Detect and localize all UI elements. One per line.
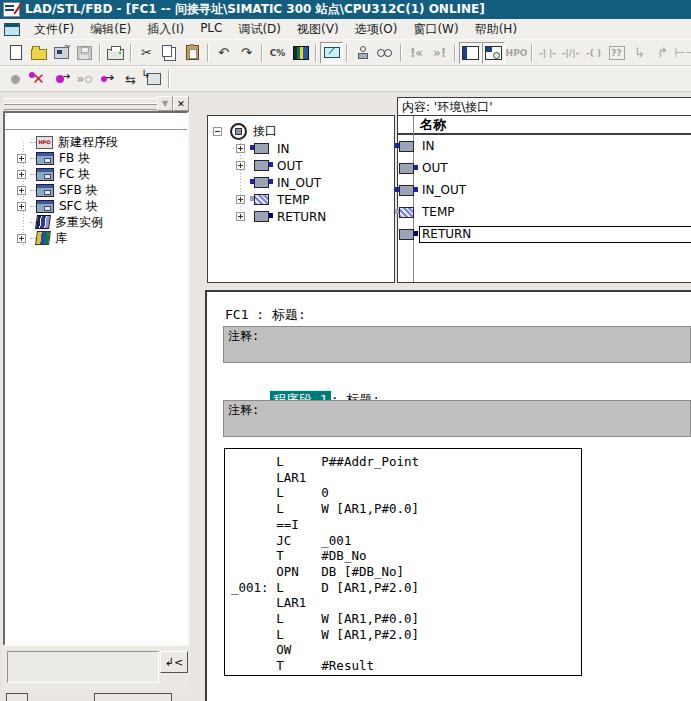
menu-item[interactable]: 编辑(E) bbox=[82, 19, 139, 40]
exchange-branch-button[interactable]: ⇆ bbox=[119, 68, 142, 90]
catalog-tree-item[interactable]: 库 bbox=[5, 230, 187, 246]
print-button[interactable] bbox=[104, 42, 127, 64]
program-elements-overview-button[interactable] bbox=[320, 42, 343, 64]
menu-item[interactable]: PLC bbox=[192, 19, 230, 40]
address-counter-button[interactable]: C% bbox=[266, 42, 289, 64]
code-line[interactable]: LAR1 bbox=[231, 595, 581, 611]
code-line[interactable]: OW bbox=[231, 642, 581, 658]
menu-item[interactable]: 选项(O) bbox=[347, 19, 406, 40]
breakpoint-active-button[interactable] bbox=[50, 68, 73, 90]
expand-icon[interactable] bbox=[17, 154, 26, 163]
menu-item[interactable]: 帮助(H) bbox=[467, 19, 525, 40]
table-row[interactable]: IN bbox=[398, 135, 691, 157]
code-line[interactable]: ==I bbox=[231, 517, 581, 533]
monitor-button[interactable] bbox=[374, 42, 397, 64]
collapse-icon[interactable] bbox=[213, 127, 222, 136]
table-header-row: 名称 bbox=[398, 116, 691, 135]
child-window-icon[interactable] bbox=[4, 23, 20, 36]
interface-root-row[interactable]: 接口 bbox=[208, 122, 394, 140]
code-line[interactable]: JC _001 bbox=[231, 533, 581, 549]
run-to-button[interactable] bbox=[96, 68, 119, 90]
catalog-tab[interactable] bbox=[94, 693, 172, 701]
stl-code-box[interactable]: L P##Addr_Point LAR1 L 0 L W [AR1,P#0.0]… bbox=[224, 448, 582, 676]
open-online-button[interactable] bbox=[50, 42, 73, 64]
table-row[interactable]: IN_OUT bbox=[398, 179, 691, 201]
catalog-tree-item[interactable]: SFB 块 bbox=[5, 182, 187, 198]
delete-breakpoints-button[interactable]: ✕ bbox=[27, 68, 50, 90]
network-node-button[interactable] bbox=[351, 42, 374, 64]
copy-button[interactable] bbox=[158, 42, 181, 64]
new-network-button[interactable]: HPO bbox=[505, 42, 528, 64]
code-line[interactable]: T #Result bbox=[231, 658, 581, 674]
close-branch-button[interactable]: ↱ bbox=[651, 42, 674, 64]
code-line[interactable]: T #DB_No bbox=[231, 548, 581, 564]
contact-nc-button[interactable]: -|/|- bbox=[559, 42, 582, 64]
code-line[interactable]: L 0 bbox=[231, 485, 581, 501]
empty-box-button[interactable]: ?? bbox=[605, 42, 628, 64]
menu-item[interactable]: 插入(I) bbox=[139, 19, 192, 40]
menu-item[interactable]: 调试(D) bbox=[230, 19, 289, 40]
code-line[interactable]: OPN DB [#DB_No] bbox=[231, 564, 581, 580]
code-line[interactable]: L P##Addr_Point bbox=[231, 454, 581, 470]
save-button[interactable] bbox=[73, 42, 96, 64]
goto-previous-error-button[interactable]: !« bbox=[405, 42, 428, 64]
print-icon bbox=[107, 49, 124, 60]
code-line[interactable]: L W [AR1,P#2.0] bbox=[231, 627, 581, 643]
expand-icon[interactable] bbox=[236, 195, 245, 204]
expand-icon[interactable] bbox=[17, 186, 26, 195]
breakpoint-button[interactable] bbox=[4, 68, 27, 90]
open-branch-button[interactable]: ↳ bbox=[628, 42, 651, 64]
block-comment-box[interactable]: 注释: bbox=[223, 326, 691, 363]
menu-item[interactable]: 窗口(W) bbox=[405, 19, 466, 40]
expand-icon[interactable] bbox=[17, 170, 26, 179]
interface-tree-item[interactable]: RETURN bbox=[236, 208, 394, 225]
rung-end-button[interactable]: ⊢⊣ bbox=[674, 42, 691, 64]
pane-dropdown-button[interactable]: ▼ bbox=[157, 96, 173, 111]
table-row[interactable]: OUT bbox=[398, 157, 691, 179]
catalog-tree-item[interactable]: SFC 块 bbox=[5, 198, 187, 214]
download-button[interactable] bbox=[289, 42, 312, 64]
interface-tree-item[interactable]: IN_OUT bbox=[236, 174, 394, 191]
table-row[interactable]: RETURN bbox=[398, 223, 691, 245]
code-line[interactable]: LAR1 bbox=[231, 470, 581, 486]
pane-grip[interactable] bbox=[4, 98, 158, 110]
code-line[interactable]: L W [AR1,P#0.0] bbox=[231, 501, 581, 517]
catalog-tree-item[interactable]: 多重实例 bbox=[5, 214, 187, 230]
step-over-button[interactable]: » bbox=[73, 68, 96, 90]
view-detail-button[interactable] bbox=[482, 42, 505, 64]
new-document-button[interactable] bbox=[4, 42, 27, 64]
undo-button[interactable]: ↶ bbox=[212, 42, 235, 64]
catalog-tree-item[interactable]: FC 块 bbox=[5, 166, 187, 182]
expand-icon[interactable] bbox=[17, 202, 26, 211]
menu-item[interactable]: 文件(F) bbox=[26, 19, 82, 40]
coil-button[interactable]: -( ) bbox=[582, 42, 605, 64]
expand-icon[interactable] bbox=[17, 234, 26, 243]
goto-next-error-button[interactable]: »! bbox=[428, 42, 451, 64]
catalog-tree-item[interactable]: 新建程序段 bbox=[5, 134, 187, 150]
menu-item[interactable]: 视图(V) bbox=[289, 19, 347, 40]
interface-tree-item[interactable]: OUT bbox=[236, 157, 394, 174]
catalog-tab[interactable] bbox=[6, 693, 28, 701]
paste-button[interactable] bbox=[181, 42, 204, 64]
view-overview-button[interactable] bbox=[459, 42, 482, 64]
open-button[interactable] bbox=[27, 42, 50, 64]
table-row[interactable]: TEMP bbox=[398, 201, 691, 223]
code-line[interactable]: L W [AR1,P#0.0] bbox=[231, 611, 581, 627]
catalog-item-icon bbox=[36, 152, 54, 165]
expand-icon[interactable] bbox=[236, 212, 245, 221]
expand-icon[interactable] bbox=[236, 161, 245, 170]
network-comment-box[interactable]: 注释: bbox=[223, 400, 691, 437]
insert-element-button[interactable]: ↲< bbox=[160, 651, 188, 673]
download-to-module-button[interactable] bbox=[142, 68, 165, 90]
pane-close-button[interactable]: ✕ bbox=[173, 96, 189, 111]
redo-button[interactable]: ↷ bbox=[235, 42, 258, 64]
interface-tree-item[interactable]: IN bbox=[236, 140, 394, 157]
catalog-item-icon bbox=[36, 184, 54, 197]
cut-button[interactable]: ✂ bbox=[135, 42, 158, 64]
code-line[interactable]: _001: L D [AR1,P#2.0] bbox=[231, 580, 581, 596]
code-editor-pane[interactable]: FC1 : 标题: 注释: 程序段 1: 标题: 注释: L P##Addr_P… bbox=[205, 290, 691, 701]
interface-tree-item[interactable]: TEMP bbox=[236, 191, 394, 208]
contact-no-button[interactable]: -| |- bbox=[536, 42, 559, 64]
catalog-tree-item[interactable]: FB 块 bbox=[5, 150, 187, 166]
expand-icon[interactable] bbox=[236, 144, 245, 153]
